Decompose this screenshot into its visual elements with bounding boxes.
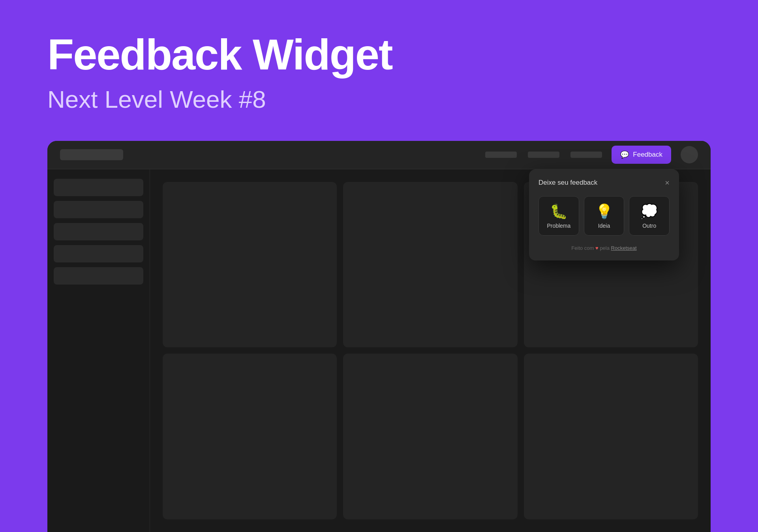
footer-brand-link[interactable]: Rocketseat bbox=[611, 245, 637, 251]
main-content: Deixe seu feedback × 🐛 Problema 💡 Ideia … bbox=[150, 169, 711, 532]
nav-link-2 bbox=[528, 152, 559, 158]
sidebar-item-2 bbox=[54, 201, 143, 218]
outro-label: Outro bbox=[642, 223, 656, 229]
feedback-option-outro[interactable]: 💭 Outro bbox=[629, 196, 670, 236]
ideia-emoji: 💡 bbox=[595, 204, 613, 219]
content-card-6 bbox=[524, 354, 698, 519]
page-subtitle: Next Level Week #8 bbox=[47, 85, 711, 113]
feedback-button[interactable]: 💬 Feedback bbox=[612, 146, 671, 164]
feedback-button-label: Feedback bbox=[633, 151, 662, 159]
browser-content: Deixe seu feedback × 🐛 Problema 💡 Ideia … bbox=[47, 169, 711, 532]
content-card-1 bbox=[163, 182, 337, 348]
content-card-4 bbox=[163, 354, 337, 519]
feedback-option-ideia[interactable]: 💡 Ideia bbox=[584, 196, 625, 236]
footer-text-pre: Feito com bbox=[571, 245, 595, 251]
feedback-options: 🐛 Problema 💡 Ideia 💭 Outro bbox=[538, 196, 670, 236]
outro-emoji: 💭 bbox=[640, 204, 658, 219]
popup-footer: Feito com ♥ pela Rocketseat bbox=[538, 245, 670, 251]
nav-link-3 bbox=[570, 152, 602, 158]
sidebar-item-4 bbox=[54, 245, 143, 262]
heart-icon: ♥ bbox=[595, 245, 599, 251]
browser-window: 💬 Feedback Deixe seu feedback × bbox=[47, 141, 711, 532]
sidebar-item-5 bbox=[54, 267, 143, 285]
footer-text-mid: pela bbox=[599, 245, 611, 251]
content-card-2 bbox=[343, 182, 517, 348]
popup-title: Deixe seu feedback bbox=[538, 179, 597, 187]
browser-navbar: 💬 Feedback bbox=[47, 141, 711, 169]
sidebar bbox=[47, 169, 150, 532]
problema-label: Problema bbox=[547, 223, 570, 229]
user-avatar bbox=[681, 146, 698, 163]
sidebar-item-3 bbox=[54, 223, 143, 240]
popup-close-button[interactable]: × bbox=[665, 179, 670, 187]
content-card-5 bbox=[343, 354, 517, 519]
feedback-popup: Deixe seu feedback × 🐛 Problema 💡 Ideia … bbox=[529, 169, 679, 260]
nav-link-1 bbox=[485, 152, 517, 158]
feedback-option-problema[interactable]: 🐛 Problema bbox=[538, 196, 579, 236]
popup-header: Deixe seu feedback × bbox=[538, 179, 670, 187]
nav-logo-placeholder bbox=[60, 149, 123, 160]
sidebar-item-1 bbox=[54, 179, 143, 196]
ideia-label: Ideia bbox=[598, 223, 610, 229]
nav-links bbox=[485, 152, 602, 158]
chat-icon: 💬 bbox=[620, 150, 629, 159]
page-title: Feedback Widget bbox=[47, 32, 711, 77]
problema-emoji: 🐛 bbox=[550, 204, 568, 219]
